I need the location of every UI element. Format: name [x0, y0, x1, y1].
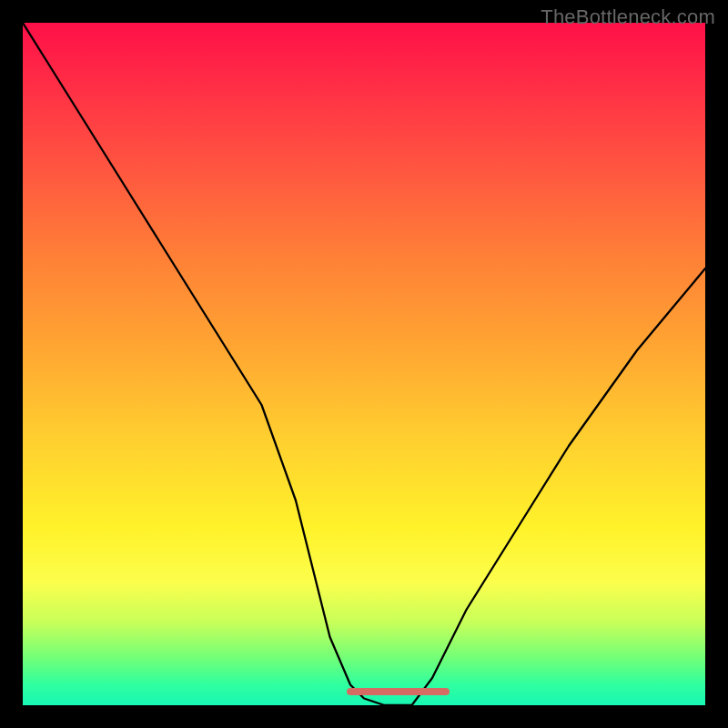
watermark-text: TheBottleneck.com: [541, 5, 715, 29]
optimal-range-marker: [23, 23, 705, 705]
plot-area: [23, 23, 705, 705]
chart-frame: TheBottleneck.com: [0, 0, 728, 728]
